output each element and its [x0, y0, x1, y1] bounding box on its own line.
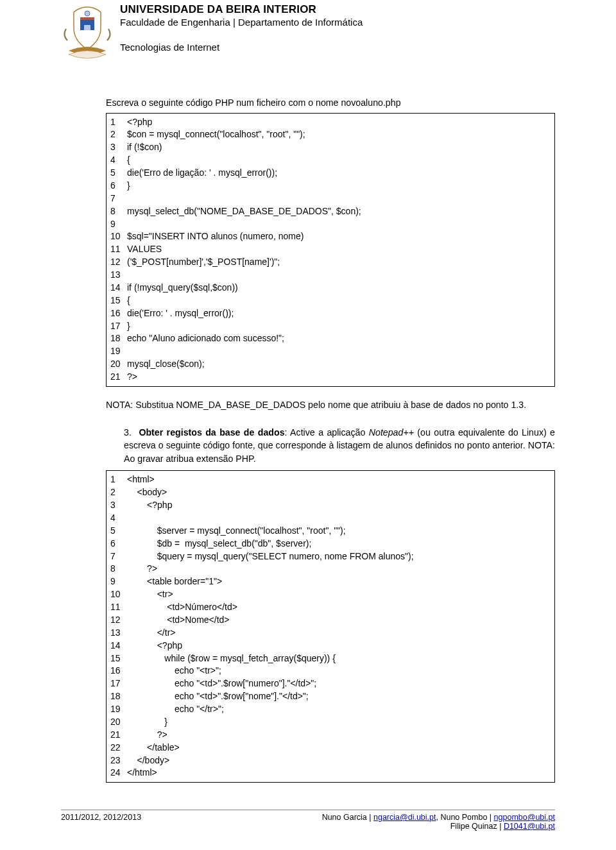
svg-rect-1	[84, 25, 90, 30]
footer-b-link[interactable]: ngpombo@ubi.pt	[494, 813, 555, 822]
footer-b-text: , Nuno Pombo |	[436, 813, 493, 822]
svg-rect-2	[80, 17, 94, 20]
content: Escreva o seguinte código PHP num fichei…	[106, 96, 555, 783]
header-faculty: Faculdade de Engenharia | Departamento d…	[120, 17, 363, 28]
code-block-1: 1 2 3 4 5 6 7 8 9 10 11 12 13 14 15 16 1…	[106, 113, 555, 387]
code1-line-numbers: 1 2 3 4 5 6 7 8 9 10 11 12 13 14 15 16 1…	[107, 114, 126, 386]
university-logo	[61, 3, 114, 64]
step3-number: 3.	[124, 426, 135, 439]
step3-rest1: : Active a aplicação	[285, 427, 369, 438]
footer-c-text: Filipe Quinaz |	[450, 822, 504, 831]
footer-a-link[interactable]: ngarcia@di.ubi.pt	[373, 813, 436, 822]
step3-bold: Obter registos da base de dados	[139, 427, 284, 438]
code2-text: <html> <body> <?php $server = mysql_conn…	[126, 471, 554, 782]
code1-text: <?php $con = mysql_connect("localhost", …	[126, 114, 554, 386]
code2-line-numbers: 1 2 3 4 5 6 7 8 9 10 11 12 13 14 15 16 1…	[107, 471, 126, 782]
footer-a-text: Nuno Garcia |	[322, 813, 373, 822]
header-university: UNIVERSIDADE DA BEIRA INTERIOR	[120, 3, 363, 16]
header-course: Tecnologias de Internet	[120, 42, 363, 53]
footer-left: 2011/2012, 2012/2013	[61, 813, 141, 831]
header-text: UNIVERSIDADE DA BEIRA INTERIOR Faculdade…	[120, 3, 363, 53]
page-header: UNIVERSIDADE DA BEIRA INTERIOR Faculdade…	[61, 0, 555, 64]
footer-c-link[interactable]: D1041@ubi.pt	[504, 822, 555, 831]
intro-text: Escreva o seguinte código PHP num fichei…	[106, 96, 555, 110]
svg-point-3	[85, 11, 90, 16]
code-block-2: 1 2 3 4 5 6 7 8 9 10 11 12 13 14 15 16 1…	[106, 470, 555, 783]
step-3: 3. Obter registos da base de dados: Acti…	[124, 426, 555, 466]
footer-right: Nuno Garcia | ngarcia@di.ubi.pt, Nuno Po…	[322, 813, 555, 831]
step3-em: Notepad++	[369, 427, 414, 438]
note-text: NOTA: Substitua NOME_DA_BASE_DE_DADOS pe…	[106, 398, 555, 412]
page-footer: 2011/2012, 2012/2013 Nuno Garcia | ngarc…	[61, 810, 555, 831]
